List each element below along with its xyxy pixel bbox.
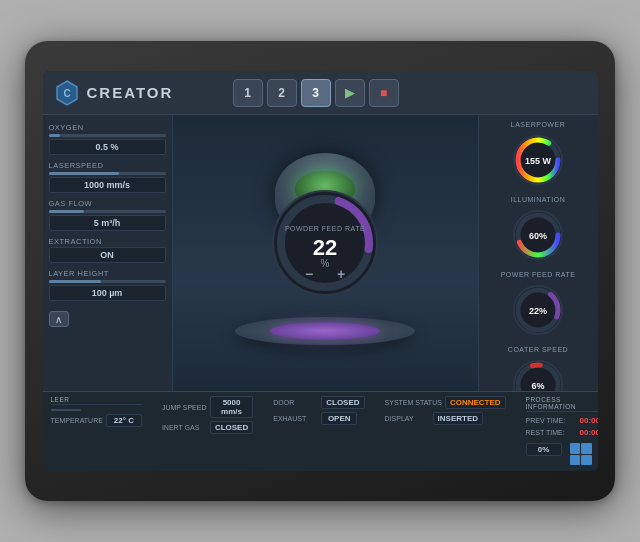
laserspeed-block: LASERSPEED 1000 mm/s [49, 161, 166, 193]
exhaust-row: EXHAUST OPEN [273, 412, 364, 425]
laserspeed-label: LASERSPEED [49, 161, 166, 170]
systemstatus-row: SYSTEM STATUS CONNECTED [385, 396, 506, 409]
prevtime-label: PREV TIME: [526, 417, 576, 424]
nav-btn-stop[interactable]: ■ [369, 79, 399, 107]
svg-text:60%: 60% [529, 231, 547, 241]
logo-icon: C [53, 79, 81, 107]
powerfeed-label: POWER FEED RATE [501, 271, 576, 278]
layerheight-label: LAYER HEIGHT [49, 269, 166, 278]
oxygen-label: OXYGEN [49, 123, 166, 132]
nav-btn-3[interactable]: 3 [301, 79, 331, 107]
gasflow-slider[interactable] [49, 210, 166, 213]
jumpspeed-value: 5000 mm/s [210, 396, 253, 418]
nav-btn-1[interactable]: 1 [233, 79, 263, 107]
bottom-bar: LEER TEMPERATURE 22° C JUMP SPEED 5000 m… [43, 391, 598, 471]
progress-value: 0% [526, 443, 562, 456]
illumination-label: ILLUMINATION [511, 196, 566, 203]
extraction-block: EXTRACTION ON [49, 237, 166, 263]
svg-text:6%: 6% [531, 381, 544, 391]
svg-text:+: + [337, 266, 345, 282]
svg-text:C: C [63, 88, 70, 99]
door-value: CLOSED [321, 396, 364, 409]
oxygen-value: 0.5 % [49, 139, 166, 155]
layerheight-value: 100 µm [49, 285, 166, 301]
systemstatus-label: SYSTEM STATUS [385, 399, 442, 406]
gasflow-value: 5 m³/h [49, 215, 166, 231]
extraction-label: EXTRACTION [49, 237, 166, 246]
door-section: DOOR CLOSED EXHAUST OPEN [273, 396, 364, 467]
display-label: DISPLAY [385, 415, 430, 422]
leer-title: LEER [51, 396, 142, 405]
gasflow-label: GAS FLOW [49, 199, 166, 208]
temperature-row: TEMPERATURE 22° C [51, 414, 142, 427]
up-button[interactable]: ∧ [49, 311, 69, 327]
door-label: DOOR [273, 399, 318, 406]
status-section: SYSTEM STATUS CONNECTED DISPLAY INSERTED [385, 396, 506, 467]
layerheight-block: LAYER HEIGHT 100 µm [49, 269, 166, 301]
tablet-device: C CREATOR 1 2 3 ▶ ■ OXYGEN 0.5 % [25, 41, 615, 501]
leer-section: LEER TEMPERATURE 22° C [51, 396, 142, 467]
processinfo-title: PROCESS INFORMATION [526, 396, 598, 412]
powerfeed-svg: 22% [508, 280, 568, 340]
nav-btn-play[interactable]: ▶ [335, 79, 365, 107]
main-content: OXYGEN 0.5 % LASERSPEED 1000 mm/s GAS FL… [43, 115, 598, 391]
oxygen-block: OXYGEN 0.5 % [49, 123, 166, 155]
temperature-value: 22° C [106, 414, 142, 427]
laserspeed-slider[interactable] [49, 172, 166, 175]
resttime-value: 00:00:00 [580, 428, 598, 437]
inertgas-value: CLOSED [210, 421, 253, 434]
header-bar: C CREATOR 1 2 3 ▶ ■ [43, 71, 598, 115]
nav-btn-2[interactable]: 2 [267, 79, 297, 107]
powder-gauge: POWDER FEED RATE 22 % − + [265, 183, 385, 303]
laserpower-label: LASERPOWER [511, 121, 565, 128]
laserpower-gauge: LASERPOWER [485, 121, 592, 190]
svg-text:22%: 22% [529, 306, 547, 316]
powerfeed-gauge: POWER FEED RATE 22% [485, 271, 592, 340]
svg-text:−: − [305, 266, 313, 282]
left-panel: OXYGEN 0.5 % LASERSPEED 1000 mm/s GAS FL… [43, 115, 173, 391]
nav-button-group: 1 2 3 ▶ ■ [233, 79, 399, 107]
prevtime-value: 00:00:00 [580, 416, 598, 425]
layerheight-slider[interactable] [49, 280, 166, 283]
jumpspeed-label: JUMP SPEED [162, 404, 207, 411]
svg-text:22: 22 [313, 235, 337, 260]
display-value: INSERTED [433, 412, 483, 425]
svg-text:155 W: 155 W [525, 156, 552, 166]
laserspeed-value: 1000 mm/s [49, 177, 166, 193]
resttime-label: REST TIME: [526, 429, 576, 436]
prevtime-row: PREV TIME: 00:00:00 [526, 416, 598, 425]
extraction-value: ON [49, 247, 166, 263]
coaterspeed-label: COATER SPEED [508, 346, 568, 353]
illumination-gauge: ILLUMINATION 60% [485, 196, 592, 265]
exhaust-value: OPEN [321, 412, 357, 425]
center-area: POWDER FEED RATE 22 % − + [173, 115, 478, 391]
jumpspeed-row: JUMP SPEED 5000 mm/s [162, 396, 253, 418]
oxygen-slider[interactable] [49, 134, 166, 137]
logo-area: C CREATOR [53, 79, 183, 107]
gasflow-block: GAS FLOW 5 m³/h [49, 199, 166, 231]
jumpspeed-section: JUMP SPEED 5000 mm/s INERT GAS CLOSED [162, 396, 253, 467]
systemstatus-value: CONNECTED [445, 396, 506, 409]
right-panel: LASERPOWER [478, 115, 598, 391]
exhaust-label: EXHAUST [273, 415, 318, 422]
svg-text:POWDER FEED RATE: POWDER FEED RATE [285, 225, 365, 232]
app-title: CREATOR [87, 84, 174, 101]
leer-dash [51, 409, 81, 411]
resttime-row: REST TIME: 00:00:00 [526, 428, 598, 437]
machine-platform-inner [270, 322, 380, 340]
powder-gauge-svg: POWDER FEED RATE 22 % − + [265, 183, 385, 303]
display-row: DISPLAY INSERTED [385, 412, 506, 425]
tablet-screen: C CREATOR 1 2 3 ▶ ■ OXYGEN 0.5 % [43, 71, 598, 471]
temperature-label: TEMPERATURE [51, 417, 103, 424]
inertgas-label: INERT GAS [162, 424, 207, 431]
svg-text:%: % [321, 258, 330, 269]
door-row: DOOR CLOSED [273, 396, 364, 409]
laserpower-svg: 155 W [508, 130, 568, 190]
inertgas-row: INERT GAS CLOSED [162, 421, 253, 434]
illumination-svg: 60% [508, 205, 568, 265]
coaterspeed-gauge: COATER SPEED 6% [485, 346, 592, 391]
coaterspeed-svg: 6% [508, 355, 568, 391]
